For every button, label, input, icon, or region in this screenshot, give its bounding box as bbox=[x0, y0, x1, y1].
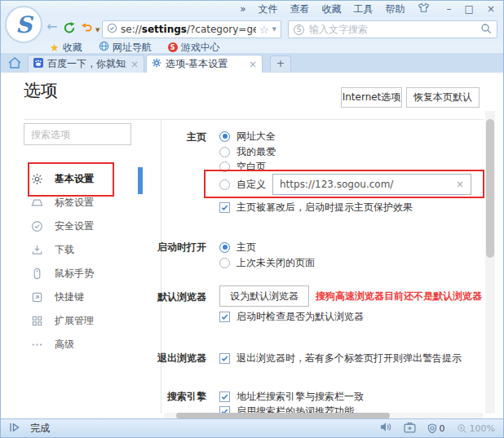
shield-check-icon bbox=[30, 220, 43, 232]
checkbox-icon[interactable] bbox=[219, 202, 230, 213]
checkbox-icon[interactable] bbox=[219, 312, 230, 322]
checkbox-homepage-protect[interactable]: 主页被篡改后，启动时提示主页保护效果 bbox=[219, 201, 413, 214]
checkbox-icon[interactable] bbox=[219, 353, 230, 364]
horizontal-scrollbar[interactable] bbox=[164, 413, 484, 418]
sogou-logo[interactable]: S bbox=[5, 6, 42, 43]
site-security-icon bbox=[107, 23, 117, 36]
tab-title: 选项-基本设置 bbox=[166, 57, 245, 71]
radio-homepage-navsite[interactable]: 网址大全 bbox=[219, 130, 276, 143]
checkbox-addressbar-engine[interactable]: 地址栏搜索引擎与搜索栏一致 bbox=[219, 390, 364, 403]
mouse-icon bbox=[30, 268, 43, 280]
sidebar-item-downloads[interactable]: 下载 bbox=[24, 238, 146, 262]
browser-window: » 文件 查看 收藏 工具 帮助 – □ × S ← ▼ se://settin… bbox=[0, 0, 504, 438]
radio-startup-last-session[interactable]: 上次未关闭的页面 bbox=[219, 256, 315, 269]
section-label-search-engine: 搜索引擎 bbox=[154, 390, 206, 404]
checkbox-check-default[interactable]: 启动时检查是否为默认浏览器 bbox=[219, 310, 364, 323]
page-title: 选项 bbox=[24, 79, 58, 102]
menu-overflow-chevron[interactable]: » bbox=[240, 3, 245, 15]
speaker-icon[interactable] bbox=[380, 422, 392, 435]
sogou-search-icon: S bbox=[294, 24, 304, 35]
maximize-button[interactable]: □ bbox=[465, 3, 474, 15]
magnifier-icon[interactable] bbox=[480, 23, 492, 37]
ellipsis-icon bbox=[30, 338, 43, 351]
sidebar-item-security-settings[interactable]: 安全设置 bbox=[24, 215, 146, 238]
undo-dropdown-caret[interactable]: ▼ bbox=[95, 27, 99, 33]
bookmark-game-center[interactable]: S 游戏中心 bbox=[168, 41, 220, 55]
radio-icon[interactable] bbox=[219, 242, 230, 253]
new-tab-button[interactable]: + bbox=[270, 55, 291, 72]
tab-shape-icon bbox=[30, 197, 43, 209]
vertical-scrollbar-thumb[interactable] bbox=[486, 119, 494, 258]
restore-defaults-button[interactable]: 恢复本页默认 bbox=[406, 87, 480, 108]
tab-bar: 百度一下，你就知道 × 选项-基本设置 × + bbox=[1, 53, 503, 73]
baidu-favicon bbox=[33, 58, 43, 70]
bookmarks-bar: ★ 收藏 网址导航 S 游戏中心 bbox=[1, 42, 503, 53]
menu-view[interactable]: 查看 bbox=[290, 2, 310, 16]
checkbox-icon[interactable] bbox=[219, 392, 230, 402]
minimize-button[interactable]: – bbox=[447, 3, 452, 15]
window-controls: – □ × bbox=[447, 3, 495, 15]
section-label-default-browser: 默认浏览器 bbox=[154, 290, 206, 304]
tab-settings[interactable]: 选项-基本设置 × bbox=[146, 55, 263, 73]
blocked-count: 0 bbox=[440, 423, 445, 434]
section-label-startup: 启动时打开 bbox=[154, 241, 206, 254]
download-manager-icon[interactable] bbox=[404, 422, 416, 436]
extensions-grid-icon bbox=[30, 315, 43, 327]
skin-icon[interactable] bbox=[418, 2, 430, 15]
menu-help[interactable]: 帮助 bbox=[386, 2, 405, 16]
home-icon[interactable] bbox=[7, 56, 22, 72]
sidebar-item-mouse-gestures[interactable]: 鼠标手势 bbox=[24, 262, 146, 285]
set-default-browser-button[interactable]: 设为默认浏览器 bbox=[219, 285, 309, 307]
refresh-icon[interactable] bbox=[63, 21, 76, 34]
active-item-indicator bbox=[138, 167, 143, 194]
url-dropdown-caret[interactable]: ▼ bbox=[272, 26, 276, 33]
shortcut-arrow-icon bbox=[30, 291, 43, 303]
sidebar-item-extensions[interactable]: 扩展管理 bbox=[24, 309, 146, 333]
horizontal-scrollbar-thumb[interactable] bbox=[176, 413, 390, 418]
favorites-star-icon: ★ bbox=[50, 42, 60, 54]
annotation-box-custom-homepage bbox=[204, 170, 484, 198]
sidebar-item-label: 安全设置 bbox=[55, 219, 94, 233]
search-box[interactable]: S bbox=[288, 20, 497, 38]
sidebar-item-advanced[interactable]: 高级 bbox=[24, 333, 146, 356]
close-button[interactable]: × bbox=[487, 3, 495, 15]
menu-file[interactable]: 文件 bbox=[259, 2, 278, 16]
panel-divider bbox=[24, 119, 484, 120]
sidebar-search-input[interactable] bbox=[24, 123, 131, 145]
bookmark-site-navigation[interactable]: 网址导航 bbox=[99, 41, 152, 55]
ad-block-indicator[interactable]: 0 bbox=[427, 423, 445, 434]
section-label-exit-browser: 退出浏览器 bbox=[154, 352, 206, 365]
radio-icon[interactable] bbox=[219, 147, 230, 157]
settings-gear-favicon bbox=[152, 58, 161, 70]
tab-close-icon[interactable]: × bbox=[249, 59, 257, 70]
address-bar[interactable]: se://settings/?category=gen ☆ ▼ bbox=[102, 20, 281, 38]
checkbox-exit-warning[interactable]: 退出浏览器时，若有多个标签页打开则弹出警告提示 bbox=[219, 352, 462, 365]
globe-icon bbox=[99, 41, 109, 54]
radio-icon[interactable] bbox=[219, 131, 230, 142]
menu-tools[interactable]: 工具 bbox=[354, 2, 374, 16]
sidebar-item-shortcuts[interactable]: 快捷键 bbox=[24, 285, 146, 309]
sidebar-toggle-icon[interactable] bbox=[9, 422, 20, 436]
back-button[interactable]: ← bbox=[46, 19, 57, 34]
bookmark-favorites[interactable]: ★ 收藏 bbox=[50, 41, 82, 55]
zoom-level: 100% bbox=[470, 423, 495, 434]
status-text: 完成 bbox=[30, 422, 50, 436]
tab-close-icon[interactable]: × bbox=[130, 59, 139, 70]
undo-closed-tab-icon[interactable] bbox=[81, 21, 93, 33]
radio-homepage-favorites[interactable]: 我的最爱 bbox=[219, 145, 276, 158]
menu-favorites[interactable]: 收藏 bbox=[322, 2, 342, 16]
radio-icon[interactable] bbox=[219, 258, 230, 268]
url-text: se://settings/?category=gen bbox=[121, 24, 256, 35]
settings-page: 选项 Internet选项 恢复本页默认 基本设置 标签设置 bbox=[1, 73, 504, 420]
zoom-control[interactable]: 100% bbox=[457, 423, 495, 434]
bookmark-star-icon[interactable]: ☆ bbox=[259, 24, 269, 36]
sidebar-item-label: 下载 bbox=[55, 243, 74, 257]
internet-options-button[interactable]: Internet选项 bbox=[341, 87, 402, 108]
annotation-box-basic-settings bbox=[28, 162, 114, 197]
radio-startup-homepage[interactable]: 主页 bbox=[219, 241, 256, 254]
tab-baidu[interactable]: 百度一下，你就知道 × bbox=[28, 55, 144, 73]
download-icon bbox=[30, 244, 43, 256]
section-label-homepage: 主页 bbox=[154, 131, 206, 144]
search-input[interactable] bbox=[309, 24, 475, 35]
vertical-scrollbar[interactable] bbox=[485, 111, 495, 414]
